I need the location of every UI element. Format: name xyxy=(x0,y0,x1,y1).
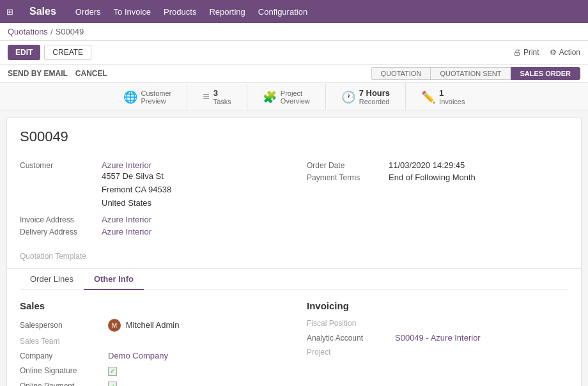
customer-label: Customer xyxy=(20,160,97,170)
online-signature-label: Online Signature xyxy=(20,366,103,375)
stat-customer-preview[interactable]: 🌐 Customer Preview xyxy=(108,84,188,110)
company-link[interactable]: Demo Company xyxy=(108,351,168,360)
customer-address: 4557 De Silva St Fremont CA 94538 United… xyxy=(102,170,171,210)
edit-button[interactable]: EDIT xyxy=(8,45,40,60)
nav-reporting[interactable]: Reporting xyxy=(209,7,245,17)
delivery-address-link[interactable]: Azure Interior xyxy=(102,227,151,236)
analytic-account-link[interactable]: S00049 - Azure Interior xyxy=(395,333,481,343)
status-bar: SEND BY EMAIL CANCEL QUOTATION QUOTATION… xyxy=(0,65,588,83)
avatar: M xyxy=(108,319,121,332)
analytic-account-value: S00049 - Azure Interior xyxy=(395,333,481,343)
breadcrumb-current: S00049 xyxy=(56,27,84,36)
breadcrumb-parent[interactable]: Quotations xyxy=(8,27,48,36)
invoice-address-value: Azure Interior xyxy=(102,215,151,224)
analytic-account-label: Analytic Account xyxy=(307,334,390,343)
fiscal-position-field: Fiscal Position xyxy=(307,319,568,328)
salesperson-value: M Mitchell Admin xyxy=(108,319,179,332)
create-button[interactable]: CREATE xyxy=(44,45,91,60)
customer-value: Azure Interior 4557 De Silva St Fremont … xyxy=(102,160,171,210)
company-label: Company xyxy=(20,351,103,360)
delivery-address-row: Delivery Address Azure Interior xyxy=(20,227,281,236)
invoicing-section: Invoicing Fiscal Position Analytic Accou… xyxy=(307,300,568,386)
send-by-email-button[interactable]: SEND BY EMAIL xyxy=(8,69,68,78)
tasks-icon: ≡ xyxy=(203,90,210,104)
status-step-quotation-sent[interactable]: QUOTATION SENT xyxy=(430,67,510,80)
online-payment-checkbox[interactable]: ✓ xyxy=(108,382,117,386)
app-title: Sales xyxy=(29,6,56,17)
salesperson-field: Salesperson M Mitchell Admin xyxy=(20,319,281,332)
project-label: Project xyxy=(307,348,390,357)
tab-content-other-info: Sales Salesperson M Mitchell Admin Sales… xyxy=(7,290,581,386)
nav-products[interactable]: Products xyxy=(164,7,196,17)
invoice-address-label: Invoice Address xyxy=(20,215,97,224)
order-header: S00049 xyxy=(7,118,581,160)
project-field: Project xyxy=(307,348,568,357)
invoice-address-row: Invoice Address Azure Interior xyxy=(20,215,281,224)
order-fields: Customer Azure Interior 4557 De Silva St… xyxy=(7,160,581,249)
online-payment-field: Online Payment ✓ xyxy=(20,381,281,386)
sales-section-title: Sales xyxy=(20,300,281,311)
status-step-quotation[interactable]: QUOTATION xyxy=(371,67,431,80)
app-grid-icon[interactable]: ⊞ xyxy=(6,7,13,17)
salesperson-label: Salesperson xyxy=(20,321,103,330)
fiscal-position-label: Fiscal Position xyxy=(307,319,390,328)
globe-icon: 🌐 xyxy=(123,90,137,104)
payment-terms-row: Payment Terms End of Following Month xyxy=(307,173,568,182)
sales-team-label: Sales Team xyxy=(20,337,103,346)
action-bar: EDIT CREATE 🖨 Print ⚙ Action xyxy=(0,41,588,65)
print-icon: 🖨 xyxy=(513,48,521,57)
print-button[interactable]: 🖨 Print xyxy=(513,48,539,57)
order-date-row: Order Date 11/03/2020 14:29:45 xyxy=(307,160,568,170)
delivery-address-label: Delivery Address xyxy=(20,227,97,236)
breadcrumb-separator: / xyxy=(50,27,53,36)
online-signature-value: ✓ xyxy=(108,366,117,376)
customer-link[interactable]: Azure Interior xyxy=(102,160,151,170)
top-nav: ⊞ Sales Orders To Invoice Products Repor… xyxy=(0,0,588,23)
order-date-label: Order Date xyxy=(307,160,383,170)
puzzle-icon: 🧩 xyxy=(263,90,277,104)
company-field: Company Demo Company xyxy=(20,351,281,360)
order-date-value: 11/03/2020 14:29:45 xyxy=(389,160,465,170)
invoice-address-link[interactable]: Azure Interior xyxy=(102,215,151,224)
stat-hours-recorded[interactable]: 🕐 7 Hours Recorded xyxy=(326,83,406,111)
online-signature-field: Online Signature ✓ xyxy=(20,366,281,376)
customer-row: Customer Azure Interior 4557 De Silva St… xyxy=(20,160,281,210)
quotation-template: Quotation Template xyxy=(7,249,581,268)
online-signature-checkbox[interactable]: ✓ xyxy=(108,367,117,376)
status-steps: QUOTATION QUOTATION SENT SALES ORDER xyxy=(371,67,580,80)
order-date-field-group: Order Date 11/03/2020 14:29:45 Payment T… xyxy=(307,160,568,239)
tab-other-info[interactable]: Other Info xyxy=(84,269,144,290)
nav-orders[interactable]: Orders xyxy=(75,7,101,17)
stat-tasks[interactable]: ≡ 3 Tasks xyxy=(187,83,247,111)
online-payment-label: Online Payment xyxy=(20,382,103,386)
gear-icon: ⚙ xyxy=(550,48,557,57)
company-value: Demo Company xyxy=(108,351,168,360)
status-step-sales-order[interactable]: SALES ORDER xyxy=(511,67,580,80)
stats-bar: 🌐 Customer Preview ≡ 3 Tasks 🧩 Project O… xyxy=(0,83,588,111)
cancel-button[interactable]: CANCEL xyxy=(75,69,107,78)
customer-field-group: Customer Azure Interior 4557 De Silva St… xyxy=(20,160,281,239)
payment-terms-value: End of Following Month xyxy=(389,173,476,182)
clock-icon: 🕐 xyxy=(341,90,355,104)
analytic-account-field: Analytic Account S00049 - Azure Interior xyxy=(307,333,568,343)
invoicing-section-title: Invoicing xyxy=(307,300,568,311)
sales-section: Sales Salesperson M Mitchell Admin Sales… xyxy=(20,300,281,386)
payment-terms-label: Payment Terms xyxy=(307,173,383,182)
nav-to-invoice[interactable]: To Invoice xyxy=(114,7,151,17)
order-title: S00049 xyxy=(20,128,568,145)
online-payment-value: ✓ xyxy=(108,381,117,386)
invoice-icon: ✏️ xyxy=(421,90,435,104)
action-button[interactable]: ⚙ Action xyxy=(550,48,580,57)
tabs: Order Lines Other Info xyxy=(7,268,581,290)
tab-order-lines[interactable]: Order Lines xyxy=(20,269,84,290)
breadcrumb: Quotations / S00049 xyxy=(0,23,588,41)
main-content: S00049 Customer Azure Interior 4557 De S… xyxy=(6,118,582,386)
delivery-address-value: Azure Interior xyxy=(102,227,151,236)
stat-invoices[interactable]: ✏️ 1 Invoices xyxy=(406,83,480,111)
stat-project-overview[interactable]: 🧩 Project Overview xyxy=(247,84,326,110)
sales-team-field: Sales Team xyxy=(20,337,281,346)
nav-configuration[interactable]: Configuration xyxy=(258,7,307,17)
